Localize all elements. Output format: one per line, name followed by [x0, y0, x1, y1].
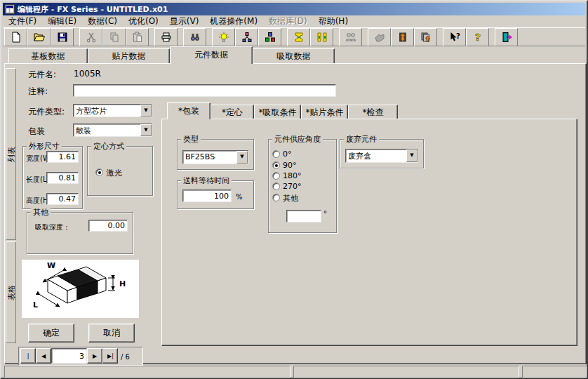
updown-arrow-icon: [397, 32, 408, 43]
toolbar-transfer-page-button[interactable]: [414, 28, 437, 46]
tab-component-data[interactable]: 元件数据: [170, 46, 253, 64]
record-total-label: / 6: [121, 353, 130, 361]
toolbar-machine-hand-button: [368, 28, 391, 46]
laser-radio-label: 激光: [107, 168, 122, 178]
angle-0-radio[interactable]: [272, 150, 280, 158]
record-number-input[interactable]: [51, 348, 87, 364]
record-first-button[interactable]: |◀: [20, 348, 36, 364]
feed-wait-input[interactable]: [182, 190, 232, 202]
menu-help[interactable]: 帮助(H): [313, 15, 354, 27]
comment-input[interactable]: [73, 84, 336, 97]
laser-radio[interactable]: [95, 168, 103, 176]
chevron-down-icon[interactable]: ▼: [140, 105, 152, 117]
subtab-package[interactable]: *包装: [167, 102, 211, 119]
component-type-dropdown[interactable]: 方型芯片 ▼: [73, 104, 152, 117]
component-type-label: 元件类型:: [28, 106, 65, 118]
chevron-down-icon[interactable]: ▼: [236, 151, 248, 164]
toolbar-print-button[interactable]: [154, 28, 178, 46]
print-icon: [161, 32, 172, 43]
toolbar-track-single-button[interactable]: [287, 28, 310, 46]
record-prev-button[interactable]: ◀: [36, 348, 51, 364]
toolbar-find-button[interactable]: [183, 28, 206, 46]
toolbar-exit-button[interactable]: [495, 28, 518, 46]
tab-board-data[interactable]: 基板数据: [8, 48, 88, 63]
toolbar-new-file-button[interactable]: [4, 28, 27, 46]
tab-pickup-data[interactable]: 吸取数据: [253, 48, 335, 63]
length-input[interactable]: [46, 172, 79, 184]
toolbar-context-help-button[interactable]: ?: [443, 28, 466, 46]
paste-icon: [132, 32, 143, 43]
feed-wait-unit: %: [236, 193, 243, 201]
feeder-type-group-title: 类型: [181, 134, 201, 145]
side-tab-form[interactable]: 表格: [6, 241, 16, 343]
discard-dropdown[interactable]: 废弃盒 ▼: [345, 149, 418, 163]
toolbar-open-file-button[interactable]: [27, 28, 51, 46]
width-input[interactable]: [46, 151, 79, 163]
angle-other-radio[interactable]: [272, 194, 280, 201]
angle-0-label: 0°: [283, 149, 292, 159]
centering-group-title: 定心方式: [91, 141, 126, 152]
toolbar-track-double-button[interactable]: [310, 28, 333, 46]
ok-button[interactable]: 确定: [28, 324, 74, 343]
subtab-placement-condition[interactable]: *贴片条件: [301, 105, 348, 119]
cancel-button[interactable]: 取消: [88, 324, 135, 343]
toolbar-save-file-button[interactable]: [51, 28, 74, 46]
lightbulb-icon: [218, 32, 229, 43]
track-double-icon: [316, 32, 328, 43]
diagram-l-label: L: [33, 300, 38, 310]
status-panel-1: [4, 366, 290, 378]
menu-machine[interactable]: 机器操作(M): [204, 15, 263, 27]
side-tab-form-label: 表格: [6, 285, 16, 300]
feeder-type-dropdown[interactable]: BF25BS ▼: [182, 150, 248, 164]
package-label: 包装: [28, 126, 45, 138]
menu-data[interactable]: 数据(C): [82, 15, 123, 27]
toolbar-help-button[interactable]: ?: [466, 28, 489, 46]
subtab-check[interactable]: *检查: [348, 105, 398, 119]
chevron-down-icon[interactable]: ▼: [140, 124, 152, 136]
package-dropdown[interactable]: 散装 ▼: [73, 124, 152, 137]
toolbar-cut-button: [79, 28, 102, 46]
title-bar[interactable]: 编辑程序 - FX Series - UNTITLED.x01: [3, 3, 585, 15]
side-tab-list-label: 列表: [6, 147, 16, 162]
angle-180-radio[interactable]: [272, 172, 280, 180]
copy-icon: [109, 32, 120, 43]
angle-270-radio[interactable]: [272, 182, 280, 190]
subtab-centering[interactable]: *定心: [211, 105, 254, 119]
comment-label: 注释:: [28, 86, 48, 98]
toolbar-hint-button[interactable]: [212, 28, 235, 46]
diagram-h-label: H: [119, 279, 126, 288]
new-file-icon: [11, 32, 22, 43]
menu-optimize[interactable]: 优化(O): [123, 15, 164, 27]
subtab-pickup-condition[interactable]: *吸取条件: [254, 105, 301, 119]
optimize-icon: [241, 32, 253, 43]
height-input[interactable]: [46, 193, 79, 205]
component-name-value: 1005R: [74, 69, 101, 79]
tab-placement-data[interactable]: 贴片数据: [88, 48, 170, 63]
toolbar-optimize-button[interactable]: [235, 28, 258, 46]
app-icon: [5, 4, 15, 14]
track-single-icon: [293, 32, 305, 43]
pickup-depth-label: 吸取深度 :: [35, 222, 68, 232]
angle-other-input[interactable]: [286, 210, 321, 222]
pickup-depth-input[interactable]: [88, 220, 128, 232]
toolbar-users-button: [339, 28, 362, 46]
side-tab-list[interactable]: 列表: [6, 68, 16, 240]
binoculars-icon: [189, 32, 201, 43]
toolbar: ? ?: [3, 27, 585, 46]
toolbar-transfer-updown-button[interactable]: [391, 28, 414, 46]
angle-90-radio[interactable]: [272, 161, 280, 169]
menu-database: 数据库(D): [263, 15, 313, 27]
status-panel-3: [522, 366, 587, 378]
toolbar-copy-button: [102, 28, 126, 46]
chip-diagram-image: W H L: [22, 260, 139, 318]
chevron-down-icon[interactable]: ▼: [406, 149, 417, 162]
other-group: 其他: [27, 212, 133, 254]
menu-view[interactable]: 显示(V): [164, 15, 205, 27]
toolbar-component-blocks-button[interactable]: [258, 28, 281, 46]
menu-file[interactable]: 文件(F): [3, 15, 42, 27]
record-last-button[interactable]: ▶|: [102, 348, 118, 364]
component-type-value: 方型芯片: [74, 105, 140, 117]
menu-edit[interactable]: 编辑(E): [42, 15, 82, 27]
hand-icon: [374, 32, 385, 43]
record-next-button[interactable]: ▶: [87, 348, 102, 364]
